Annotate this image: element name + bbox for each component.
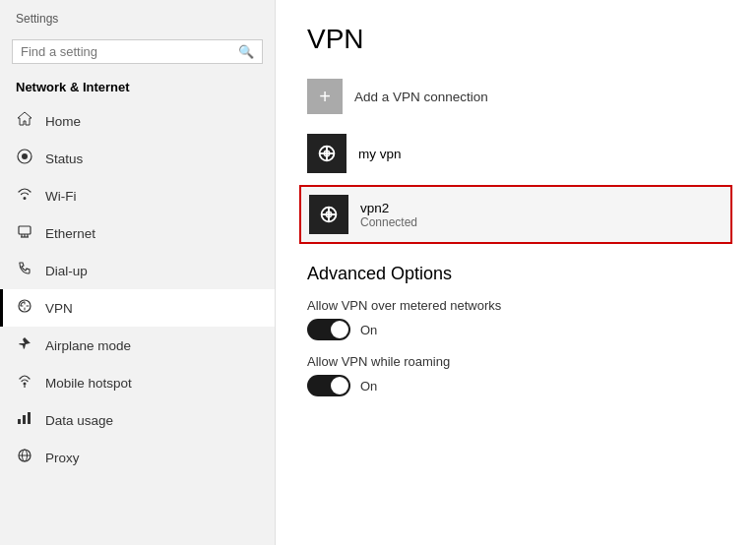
option-metered-label: Allow VPN over metered networks <box>307 298 724 313</box>
main-content: VPN + Add a VPN connection my vpn <box>276 0 756 545</box>
sidebar-item-datausage-label: Data usage <box>45 413 113 428</box>
status-icon <box>16 149 33 168</box>
svg-point-8 <box>24 383 27 386</box>
sidebar-item-dialup[interactable]: Dial-up <box>0 252 275 289</box>
search-box[interactable]: 🔍 <box>12 39 263 64</box>
ethernet-icon <box>16 223 33 243</box>
sidebar-item-home[interactable]: Home <box>0 102 275 140</box>
svg-rect-2 <box>19 226 31 234</box>
sidebar-item-dialup-label: Dial-up <box>45 264 88 278</box>
option-metered-toggle-row: On <box>307 319 724 340</box>
settings-title: Settings <box>0 0 275 33</box>
vpn-item-myvpn-icon <box>307 134 346 173</box>
option-metered: Allow VPN over metered networks On <box>307 298 724 340</box>
sidebar-item-status[interactable]: Status <box>0 140 275 177</box>
svg-point-1 <box>22 153 28 159</box>
vpn-icon <box>16 298 33 318</box>
search-input[interactable] <box>21 44 238 59</box>
svg-rect-11 <box>23 415 26 424</box>
search-icon: 🔍 <box>238 44 254 59</box>
page-title: VPN <box>307 24 724 55</box>
vpn-item-vpn2-icon <box>309 195 348 234</box>
vpn-item-vpn2-status: Connected <box>360 215 417 229</box>
airplane-icon <box>16 335 33 355</box>
add-vpn-label: Add a VPN connection <box>354 90 488 104</box>
sidebar-item-hotspot[interactable]: Mobile hotspot <box>0 364 275 401</box>
dialup-icon <box>16 261 33 280</box>
option-metered-toggle-label: On <box>360 323 377 337</box>
vpn-item-vpn2-name: vpn2 <box>360 201 417 215</box>
section-label: Network & Internet <box>0 74 275 102</box>
vpn-item-myvpn-name: my vpn <box>358 147 402 161</box>
sidebar-item-proxy[interactable]: Proxy <box>0 439 275 476</box>
sidebar-item-wifi[interactable]: Wi-Fi <box>0 177 275 214</box>
sidebar-item-proxy-label: Proxy <box>45 451 80 465</box>
sidebar-item-home-label: Home <box>45 114 81 129</box>
add-vpn-button[interactable]: + Add a VPN connection <box>307 79 724 114</box>
option-metered-toggle[interactable] <box>307 319 350 340</box>
wifi-icon <box>16 186 33 206</box>
sidebar-item-airplane[interactable]: Airplane mode <box>0 327 275 364</box>
vpn-item-vpn2-info: vpn2 Connected <box>360 201 417 229</box>
sidebar-item-vpn-label: VPN <box>45 301 73 316</box>
sidebar-item-status-label: Status <box>45 151 83 166</box>
home-icon <box>16 111 33 131</box>
sidebar-item-ethernet[interactable]: Ethernet <box>0 214 275 252</box>
sidebar: Settings 🔍 Network & Internet Home Statu… <box>0 0 276 545</box>
sidebar-item-vpn[interactable]: VPN <box>0 289 275 327</box>
vpn-item-vpn2[interactable]: vpn2 Connected <box>299 185 732 244</box>
svg-rect-12 <box>28 412 31 424</box>
add-vpn-plus-icon: + <box>307 79 343 114</box>
sidebar-item-airplane-label: Airplane mode <box>45 338 131 353</box>
sidebar-item-wifi-label: Wi-Fi <box>45 189 76 204</box>
proxy-icon <box>16 448 33 467</box>
sidebar-item-hotspot-label: Mobile hotspot <box>45 376 132 391</box>
option-roaming-label: Allow VPN while roaming <box>307 354 724 369</box>
hotspot-icon <box>16 373 33 393</box>
option-roaming-toggle[interactable] <box>307 375 350 396</box>
svg-rect-10 <box>18 419 21 424</box>
option-roaming-toggle-label: On <box>360 379 377 394</box>
vpn-item-myvpn[interactable]: my vpn <box>307 126 724 181</box>
sidebar-item-datausage[interactable]: Data usage <box>0 401 275 439</box>
option-roaming: Allow VPN while roaming On <box>307 354 724 396</box>
vpn-item-myvpn-info: my vpn <box>358 147 402 161</box>
option-roaming-toggle-row: On <box>307 375 724 396</box>
sidebar-item-ethernet-label: Ethernet <box>45 226 95 241</box>
datausage-icon <box>16 410 33 430</box>
advanced-options-title: Advanced Options <box>307 264 724 284</box>
